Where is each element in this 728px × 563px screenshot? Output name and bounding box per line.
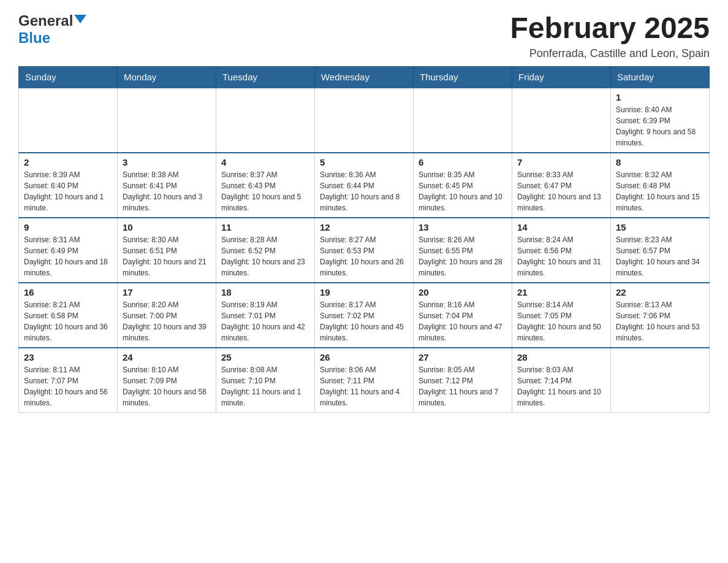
calendar-cell <box>118 88 216 153</box>
calendar-cell: 17Sunrise: 8:20 AMSunset: 7:00 PMDayligh… <box>118 283 216 348</box>
col-monday: Monday <box>118 66 216 88</box>
day-info: Sunrise: 8:11 AMSunset: 7:07 PMDaylight:… <box>24 364 112 408</box>
day-number: 23 <box>24 352 112 362</box>
calendar-cell: 3Sunrise: 8:38 AMSunset: 6:41 PMDaylight… <box>118 153 216 218</box>
day-info: Sunrise: 8:06 AMSunset: 7:11 PMDaylight:… <box>320 364 408 408</box>
day-number: 11 <box>221 222 309 232</box>
calendar-cell: 26Sunrise: 8:06 AMSunset: 7:11 PMDayligh… <box>315 348 414 413</box>
calendar-header-row: Sunday Monday Tuesday Wednesday Thursday… <box>19 66 710 88</box>
calendar-cell: 10Sunrise: 8:30 AMSunset: 6:51 PMDayligh… <box>118 218 216 283</box>
day-number: 19 <box>320 287 408 297</box>
day-number: 7 <box>517 157 605 167</box>
week-row-4: 16Sunrise: 8:21 AMSunset: 6:58 PMDayligh… <box>19 283 710 348</box>
calendar-cell: 6Sunrise: 8:35 AMSunset: 6:45 PMDaylight… <box>414 153 512 218</box>
day-number: 16 <box>24 287 112 297</box>
col-saturday: Saturday <box>611 66 710 88</box>
calendar-cell: 2Sunrise: 8:39 AMSunset: 6:40 PMDaylight… <box>19 153 118 218</box>
day-number: 2 <box>24 157 112 167</box>
day-number: 17 <box>123 287 211 297</box>
day-info: Sunrise: 8:08 AMSunset: 7:10 PMDaylight:… <box>221 364 309 408</box>
day-info: Sunrise: 8:26 AMSunset: 6:55 PMDaylight:… <box>419 234 507 278</box>
day-number: 21 <box>517 287 605 297</box>
day-number: 24 <box>123 352 211 362</box>
calendar-cell <box>611 348 710 413</box>
day-info: Sunrise: 8:32 AMSunset: 6:48 PMDaylight:… <box>616 169 704 213</box>
week-row-1: 1Sunrise: 8:40 AMSunset: 6:39 PMDaylight… <box>19 88 710 153</box>
calendar-table: Sunday Monday Tuesday Wednesday Thursday… <box>18 66 710 413</box>
day-info: Sunrise: 8:19 AMSunset: 7:01 PMDaylight:… <box>221 299 309 343</box>
day-info: Sunrise: 8:24 AMSunset: 6:56 PMDaylight:… <box>517 234 605 278</box>
title-block: February 2025 Ponferrada, Castille and L… <box>510 12 710 60</box>
day-number: 25 <box>221 352 309 362</box>
day-info: Sunrise: 8:17 AMSunset: 7:02 PMDaylight:… <box>320 299 408 343</box>
calendar-cell: 18Sunrise: 8:19 AMSunset: 7:01 PMDayligh… <box>216 283 315 348</box>
calendar-cell <box>216 88 315 153</box>
day-number: 18 <box>221 287 309 297</box>
day-number: 4 <box>221 157 309 167</box>
calendar-cell: 12Sunrise: 8:27 AMSunset: 6:53 PMDayligh… <box>315 218 414 283</box>
calendar-cell: 23Sunrise: 8:11 AMSunset: 7:07 PMDayligh… <box>19 348 118 413</box>
day-number: 14 <box>517 222 605 232</box>
page-header: General Blue February 2025 Ponferrada, C… <box>18 12 710 60</box>
calendar-cell: 15Sunrise: 8:23 AMSunset: 6:57 PMDayligh… <box>611 218 710 283</box>
day-number: 22 <box>616 287 704 297</box>
calendar-cell: 5Sunrise: 8:36 AMSunset: 6:44 PMDaylight… <box>315 153 414 218</box>
calendar-cell: 1Sunrise: 8:40 AMSunset: 6:39 PMDaylight… <box>611 88 710 153</box>
day-info: Sunrise: 8:14 AMSunset: 7:05 PMDaylight:… <box>517 299 605 343</box>
day-info: Sunrise: 8:05 AMSunset: 7:12 PMDaylight:… <box>419 364 507 408</box>
calendar-title: February 2025 <box>510 12 710 45</box>
calendar-cell: 4Sunrise: 8:37 AMSunset: 6:43 PMDaylight… <box>216 153 315 218</box>
day-info: Sunrise: 8:31 AMSunset: 6:49 PMDaylight:… <box>24 234 112 278</box>
calendar-cell: 27Sunrise: 8:05 AMSunset: 7:12 PMDayligh… <box>414 348 512 413</box>
day-info: Sunrise: 8:36 AMSunset: 6:44 PMDaylight:… <box>320 169 408 213</box>
calendar-cell: 21Sunrise: 8:14 AMSunset: 7:05 PMDayligh… <box>512 283 611 348</box>
day-number: 10 <box>123 222 211 232</box>
day-info: Sunrise: 8:38 AMSunset: 6:41 PMDaylight:… <box>123 169 211 213</box>
week-row-2: 2Sunrise: 8:39 AMSunset: 6:40 PMDaylight… <box>19 153 710 218</box>
logo: General Blue <box>18 12 86 47</box>
logo-general-text: General <box>18 12 73 29</box>
day-info: Sunrise: 8:21 AMSunset: 6:58 PMDaylight:… <box>24 299 112 343</box>
calendar-cell: 11Sunrise: 8:28 AMSunset: 6:52 PMDayligh… <box>216 218 315 283</box>
day-number: 27 <box>419 352 507 362</box>
day-info: Sunrise: 8:10 AMSunset: 7:09 PMDaylight:… <box>123 364 211 408</box>
col-sunday: Sunday <box>19 66 118 88</box>
calendar-cell: 20Sunrise: 8:16 AMSunset: 7:04 PMDayligh… <box>414 283 512 348</box>
day-number: 5 <box>320 157 408 167</box>
day-info: Sunrise: 8:16 AMSunset: 7:04 PMDaylight:… <box>419 299 507 343</box>
day-info: Sunrise: 8:20 AMSunset: 7:00 PMDaylight:… <box>123 299 211 343</box>
calendar-cell <box>19 88 118 153</box>
day-number: 9 <box>24 222 112 232</box>
day-info: Sunrise: 8:23 AMSunset: 6:57 PMDaylight:… <box>616 234 704 278</box>
logo-blue-text: Blue <box>18 29 50 46</box>
day-info: Sunrise: 8:30 AMSunset: 6:51 PMDaylight:… <box>123 234 211 278</box>
day-info: Sunrise: 8:13 AMSunset: 7:06 PMDaylight:… <box>616 299 704 343</box>
day-info: Sunrise: 8:40 AMSunset: 6:39 PMDaylight:… <box>616 104 704 148</box>
calendar-cell: 24Sunrise: 8:10 AMSunset: 7:09 PMDayligh… <box>118 348 216 413</box>
day-number: 28 <box>517 352 605 362</box>
calendar-cell: 19Sunrise: 8:17 AMSunset: 7:02 PMDayligh… <box>315 283 414 348</box>
day-number: 20 <box>419 287 507 297</box>
col-wednesday: Wednesday <box>315 66 414 88</box>
day-info: Sunrise: 8:37 AMSunset: 6:43 PMDaylight:… <box>221 169 309 213</box>
calendar-cell <box>512 88 611 153</box>
day-number: 15 <box>616 222 704 232</box>
day-number: 12 <box>320 222 408 232</box>
col-tuesday: Tuesday <box>216 66 315 88</box>
week-row-3: 9Sunrise: 8:31 AMSunset: 6:49 PMDaylight… <box>19 218 710 283</box>
day-number: 8 <box>616 157 704 167</box>
day-info: Sunrise: 8:35 AMSunset: 6:45 PMDaylight:… <box>419 169 507 213</box>
day-number: 13 <box>419 222 507 232</box>
day-number: 26 <box>320 352 408 362</box>
day-info: Sunrise: 8:28 AMSunset: 6:52 PMDaylight:… <box>221 234 309 278</box>
day-number: 3 <box>123 157 211 167</box>
day-number: 1 <box>616 92 704 102</box>
calendar-cell: 7Sunrise: 8:33 AMSunset: 6:47 PMDaylight… <box>512 153 611 218</box>
calendar-cell: 8Sunrise: 8:32 AMSunset: 6:48 PMDaylight… <box>611 153 710 218</box>
calendar-cell: 22Sunrise: 8:13 AMSunset: 7:06 PMDayligh… <box>611 283 710 348</box>
week-row-5: 23Sunrise: 8:11 AMSunset: 7:07 PMDayligh… <box>19 348 710 413</box>
day-info: Sunrise: 8:27 AMSunset: 6:53 PMDaylight:… <box>320 234 408 278</box>
day-number: 6 <box>419 157 507 167</box>
col-friday: Friday <box>512 66 611 88</box>
calendar-cell <box>414 88 512 153</box>
